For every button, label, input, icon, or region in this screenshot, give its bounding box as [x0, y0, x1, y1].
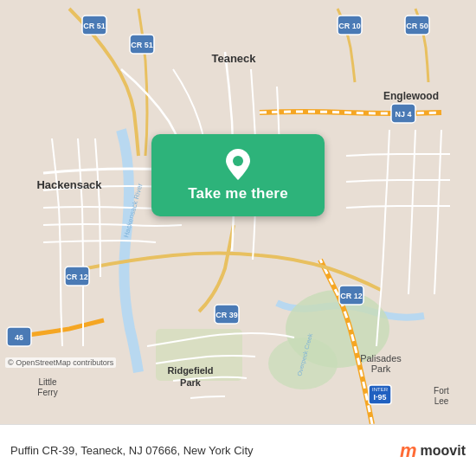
svg-text:CR 51: CR 51	[83, 22, 106, 30]
svg-text:Little: Little	[38, 377, 57, 387]
svg-text:CR 50: CR 50	[406, 22, 428, 30]
svg-text:CR 51: CR 51	[131, 41, 153, 49]
svg-text:CR 10: CR 10	[338, 22, 361, 30]
svg-text:CR 12: CR 12	[66, 273, 88, 281]
svg-point-38	[233, 156, 243, 166]
map-container: CR 51 CR 51 CR 10 CR 50 NJ 4 CR 12 CR 12…	[0, 0, 476, 424]
svg-text:Park: Park	[371, 363, 391, 374]
bottom-bar: Puffin CR-39, Teaneck, NJ 07666, New Yor…	[0, 424, 476, 476]
svg-text:CR 12: CR 12	[340, 292, 363, 300]
address-text: Puffin CR-39, Teaneck, NJ 07666, New Yor…	[10, 444, 400, 457]
svg-text:46: 46	[15, 333, 23, 342]
take-me-there-button[interactable]: Take me there	[151, 134, 325, 216]
svg-text:NJ 4: NJ 4	[395, 110, 411, 119]
svg-text:Hackensack: Hackensack	[36, 178, 102, 191]
button-label: Take me there	[188, 185, 288, 203]
svg-text:INTER: INTER	[372, 387, 389, 392]
svg-text:I·95: I·95	[373, 393, 386, 402]
location-pin-icon	[226, 149, 250, 180]
svg-text:Park: Park	[180, 377, 202, 388]
svg-text:Englewood: Englewood	[383, 90, 439, 102]
svg-text:Teaneck: Teaneck	[211, 52, 256, 65]
moovit-logo-m: m	[400, 440, 417, 462]
svg-text:Lee: Lee	[434, 396, 449, 406]
svg-text:Fort: Fort	[434, 386, 449, 396]
moovit-logo-text: moovit	[421, 443, 466, 459]
svg-text:CR 39: CR 39	[215, 311, 238, 319]
moovit-logo: m moovit	[400, 440, 466, 462]
svg-text:Palisades: Palisades	[360, 353, 402, 363]
svg-text:Ferry: Ferry	[37, 388, 57, 397]
svg-text:Ridgefield: Ridgefield	[167, 365, 213, 376]
osm-attribution: © OpenStreetMap contributors	[5, 357, 116, 368]
